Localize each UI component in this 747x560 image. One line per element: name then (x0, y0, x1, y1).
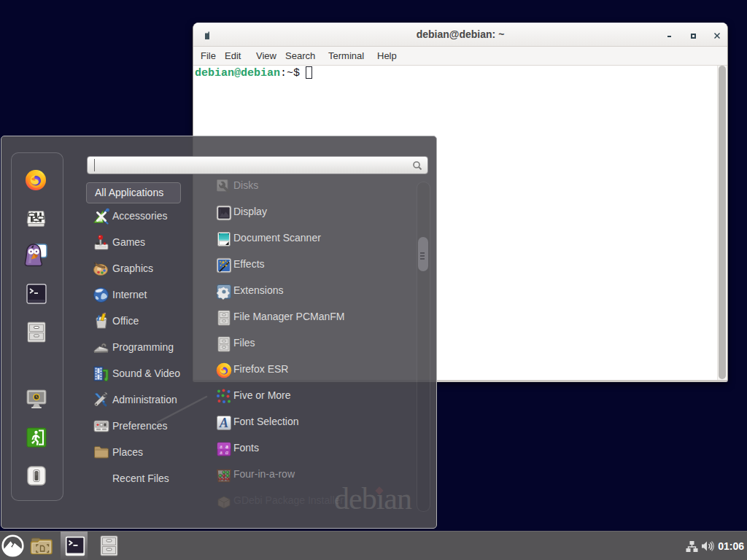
svg-text:A: A (219, 416, 228, 430)
svg-text:a: a (225, 449, 228, 456)
svg-text:a: a (220, 449, 222, 456)
